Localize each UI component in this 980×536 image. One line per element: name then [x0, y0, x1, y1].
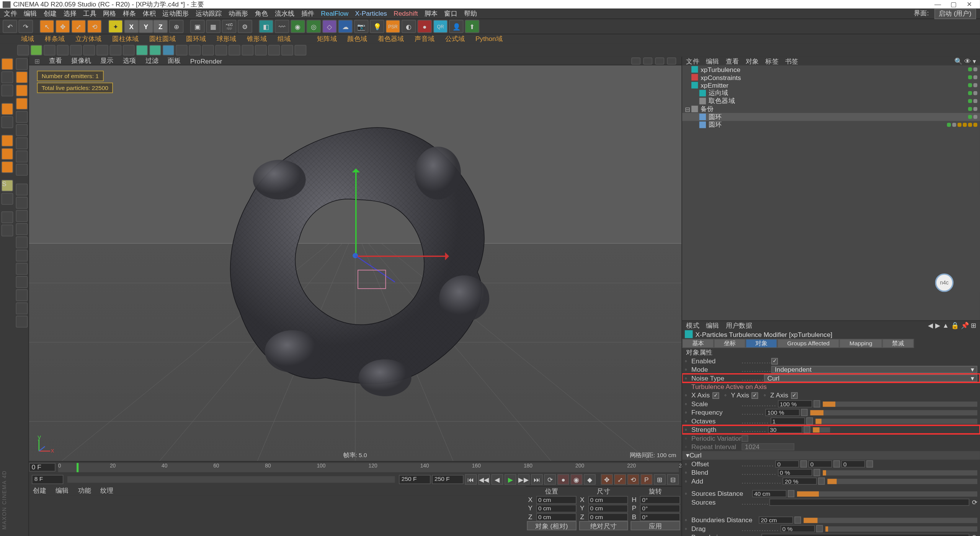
- timeline-ruler[interactable]: 0 F 020406080100120140160180200220240: [29, 461, 681, 473]
- vp-menu-camera[interactable]: 摄像机: [71, 56, 91, 65]
- om-menu-tags[interactable]: 标签: [765, 56, 779, 65]
- menu-xparticles[interactable]: X-Particles: [355, 10, 387, 17]
- timeline-cursor[interactable]: [77, 462, 78, 472]
- add-environment[interactable]: ☁: [338, 20, 353, 33]
- refresh-icon[interactable]: ⟳: [972, 498, 977, 506]
- size-y[interactable]: 0 cm: [588, 504, 628, 512]
- tool-b[interactable]: ●: [417, 20, 432, 33]
- texture-mode[interactable]: [1, 71, 13, 83]
- play-forward[interactable]: ▶: [505, 474, 516, 485]
- tool-a6[interactable]: [16, 250, 28, 261]
- vp-menu-prorender[interactable]: ProRender: [190, 57, 222, 64]
- tool-lasso[interactable]: [16, 98, 28, 109]
- rotate-tool[interactable]: ⟲: [87, 20, 102, 33]
- nav-back-icon[interactable]: ◀: [928, 322, 933, 329]
- add-generator[interactable]: ◉: [291, 20, 305, 33]
- vp-menu-display[interactable]: 显示: [100, 56, 114, 65]
- field-icon[interactable]: [281, 45, 293, 56]
- workplane-toggle[interactable]: [1, 193, 13, 205]
- gizmo-y-axis[interactable]: [355, 169, 356, 255]
- tool-select-rect[interactable]: [16, 71, 28, 83]
- add-slider[interactable]: [828, 479, 977, 484]
- tab-function[interactable]: 功能: [78, 486, 91, 495]
- pos-z[interactable]: 0 cm: [536, 513, 577, 521]
- search-icon[interactable]: 🔍: [954, 57, 962, 65]
- field-item[interactable]: 圆柱圆域: [145, 34, 180, 44]
- periodic-checkbox[interactable]: [742, 435, 748, 441]
- field-icon[interactable]: [242, 45, 253, 56]
- tool-move2[interactable]: [16, 85, 28, 96]
- tool-e[interactable]: ⬆: [465, 20, 479, 33]
- tool-a[interactable]: ◐: [402, 20, 416, 33]
- menu-file[interactable]: 文件: [4, 9, 17, 18]
- src-dist-slider[interactable]: [797, 491, 977, 497]
- menu-character[interactable]: 角色: [255, 9, 268, 18]
- object-tree-item[interactable]: ⊟ 备份: [682, 105, 980, 113]
- field-item[interactable]: 矩阵域: [313, 34, 341, 44]
- pin-icon[interactable]: 📌: [961, 322, 969, 329]
- menu-spline[interactable]: 样条: [123, 9, 136, 18]
- nav-fwd-icon[interactable]: ▶: [935, 322, 941, 329]
- xaxis-checkbox[interactable]: [712, 392, 719, 399]
- key-pla[interactable]: P: [640, 474, 652, 485]
- field-item[interactable]: 域域: [17, 34, 38, 44]
- key-opt1[interactable]: ⊞: [654, 474, 666, 485]
- src-dist-input[interactable]: 40 cm: [752, 490, 787, 497]
- lock-x[interactable]: X: [124, 20, 139, 33]
- object-tree-item[interactable]: 运向域: [682, 89, 980, 97]
- vp-nav-icon[interactable]: [655, 57, 664, 64]
- tab-falloff[interactable]: 禁减: [882, 339, 914, 348]
- tool-make-editable[interactable]: [16, 58, 28, 70]
- field-icon[interactable]: [176, 45, 188, 56]
- recent-tool[interactable]: ✦: [108, 20, 123, 33]
- vp-menu-options[interactable]: 选项: [123, 56, 136, 65]
- field-icon[interactable]: [109, 45, 121, 56]
- add-input[interactable]: 20 %: [783, 477, 817, 485]
- boundaries-list[interactable]: [761, 534, 969, 536]
- range-end[interactable]: 250 F: [399, 475, 431, 484]
- render-settings[interactable]: ⚙: [238, 20, 252, 33]
- field-item[interactable]: 圆柱体域: [108, 34, 143, 44]
- field-item[interactable]: 颜色域: [343, 34, 371, 44]
- coord-system[interactable]: ⊕: [169, 20, 184, 33]
- play-back[interactable]: ◀: [491, 474, 503, 485]
- field-item[interactable]: 样条域: [41, 34, 69, 44]
- coord-apply-button[interactable]: 应用: [631, 521, 680, 530]
- yaxis-checkbox[interactable]: [752, 392, 758, 399]
- object-tree-item[interactable]: 圆环: [682, 113, 980, 121]
- menu-window[interactable]: 窗口: [444, 9, 457, 18]
- field-item[interactable]: 球形域: [212, 34, 240, 44]
- step-back[interactable]: ◀◀: [478, 474, 490, 485]
- menu-plugins[interactable]: 插件: [301, 9, 315, 18]
- vp-menu-filter[interactable]: 过滤: [145, 56, 159, 65]
- tool-a10[interactable]: [16, 302, 28, 314]
- tool-a3[interactable]: [16, 210, 28, 222]
- menu-tools[interactable]: 工具: [83, 9, 96, 18]
- field-icon[interactable]: [268, 45, 280, 56]
- scale-input[interactable]: 100 %: [778, 400, 812, 407]
- field-icon[interactable]: [57, 45, 69, 56]
- rot-p[interactable]: 0°: [640, 504, 680, 512]
- material-manager[interactable]: [29, 495, 526, 536]
- field-icon[interactable]: [83, 45, 95, 56]
- field-icon[interactable]: [44, 45, 56, 56]
- om-menu-file[interactable]: 文件: [686, 56, 699, 65]
- add-spline[interactable]: 〰: [275, 20, 289, 33]
- snap-toggle[interactable]: S: [1, 180, 13, 191]
- tab-create[interactable]: 创建: [33, 486, 46, 495]
- tool-brush[interactable]: [16, 111, 28, 123]
- point-mode[interactable]: [1, 135, 13, 147]
- field-icon[interactable]: [294, 45, 306, 56]
- add-generator2[interactable]: ◎: [306, 20, 321, 33]
- total-frames[interactable]: 250 F: [432, 475, 464, 484]
- menu-script[interactable]: 脚本: [425, 9, 438, 18]
- loop-toggle[interactable]: ⟳: [544, 474, 556, 485]
- am-menu-edit[interactable]: 编辑: [706, 320, 719, 330]
- drag-slider[interactable]: [825, 526, 977, 531]
- field-icon[interactable]: [229, 45, 240, 56]
- field-icon[interactable]: [30, 45, 42, 56]
- tab-object[interactable]: 对象: [746, 339, 777, 348]
- tool-extrude[interactable]: [16, 137, 28, 149]
- pos-y[interactable]: 0 cm: [536, 504, 577, 512]
- tool-c[interactable]: QR: [433, 20, 448, 33]
